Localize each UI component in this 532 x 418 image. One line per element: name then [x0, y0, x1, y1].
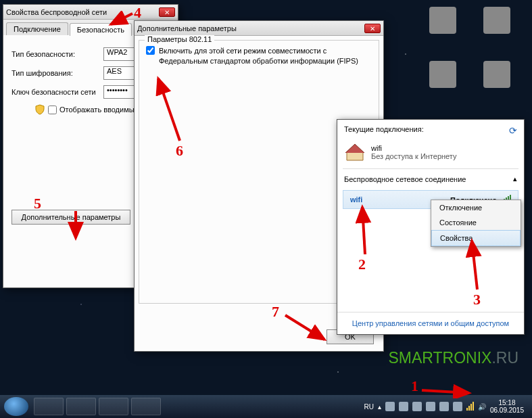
titlebar[interactable]: Дополнительные параметры ✕: [135, 21, 383, 36]
show-chars-checkbox[interactable]: [48, 106, 57, 114]
refresh-icon[interactable]: ⟳: [509, 125, 517, 136]
system-tray: ▴ 🔊: [378, 402, 486, 412]
context-menu: Отключение Состояние Свойства: [431, 200, 521, 247]
volume-tray-icon[interactable]: 🔊: [478, 403, 486, 411]
fips-checkbox[interactable]: [146, 46, 155, 55]
network-row-name: wifi: [350, 195, 362, 204]
network-flyout: Текущие подключения: ⟳ wifi Без доступа …: [337, 119, 525, 335]
desktop-icon[interactable]: [422, 61, 463, 91]
home-network-icon: [344, 143, 366, 162]
taskbar-clock[interactable]: 15:18 06.09.2015: [486, 399, 528, 414]
window-title: Дополнительные параметры: [137, 24, 364, 32]
label-security-type: Тип безопасности:: [11, 50, 99, 58]
clock-time: 15:18: [490, 399, 524, 407]
chevron-up-icon: ▴: [513, 175, 517, 183]
taskbar-button[interactable]: [66, 398, 96, 415]
label-network-key: Ключ безопасности сети: [11, 88, 99, 96]
window-title: Свойства беспроводной сети: [6, 8, 159, 16]
desktop-icon[interactable]: [477, 7, 517, 37]
close-button[interactable]: ✕: [364, 24, 381, 33]
tray-chevron-icon[interactable]: ▴: [378, 403, 381, 411]
network-center-link[interactable]: Центр управления сетями и общим доступом: [337, 312, 524, 334]
wifi-tray-icon[interactable]: [466, 402, 474, 412]
taskbar: RU ▴ 🔊 15:18 06.09.2015: [0, 395, 532, 418]
wireless-category-label: Беспроводное сетевое соединение: [344, 175, 466, 183]
desktop-icon[interactable]: [422, 7, 463, 37]
tray-icon[interactable]: [399, 402, 408, 411]
ctx-disconnect[interactable]: Отключение: [431, 200, 521, 215]
ctx-state[interactable]: Состояние: [431, 215, 521, 230]
current-network-status: Без доступа к Интернету: [371, 152, 457, 160]
tray-icon[interactable]: [439, 402, 449, 411]
tab-security[interactable]: Безопасность: [70, 23, 132, 36]
ctx-properties[interactable]: Свойства: [431, 230, 521, 246]
tray-icon[interactable]: [453, 402, 462, 411]
language-indicator[interactable]: RU: [360, 403, 377, 411]
desktop-icon[interactable]: [477, 61, 517, 91]
start-button[interactable]: [4, 397, 28, 416]
taskbar-button[interactable]: [131, 398, 161, 415]
titlebar[interactable]: Свойства беспроводной сети ✕: [3, 5, 178, 20]
tray-icon[interactable]: [385, 402, 395, 411]
flyout-heading: Текущие подключения:: [344, 125, 424, 136]
clock-date: 06.09.2015: [490, 407, 524, 414]
wireless-category[interactable]: Беспроводное сетевое соединение ▴: [337, 169, 524, 189]
taskbar-button[interactable]: [99, 398, 128, 415]
current-network-name: wifi: [371, 144, 457, 152]
tray-icon[interactable]: [412, 402, 422, 411]
shield-icon: [34, 104, 45, 115]
label-encryption-type: Тип шифрования:: [11, 69, 99, 77]
close-button[interactable]: ✕: [159, 7, 175, 17]
group-legend: Параметры 802.11: [145, 35, 214, 43]
fips-label: Включить для этой сети режим совместимос…: [159, 46, 372, 66]
advanced-settings-button[interactable]: Дополнительные параметры: [11, 210, 130, 225]
tray-icon[interactable]: [426, 402, 435, 411]
taskbar-button[interactable]: [34, 398, 64, 415]
tab-connection[interactable]: Подключение: [6, 22, 68, 35]
